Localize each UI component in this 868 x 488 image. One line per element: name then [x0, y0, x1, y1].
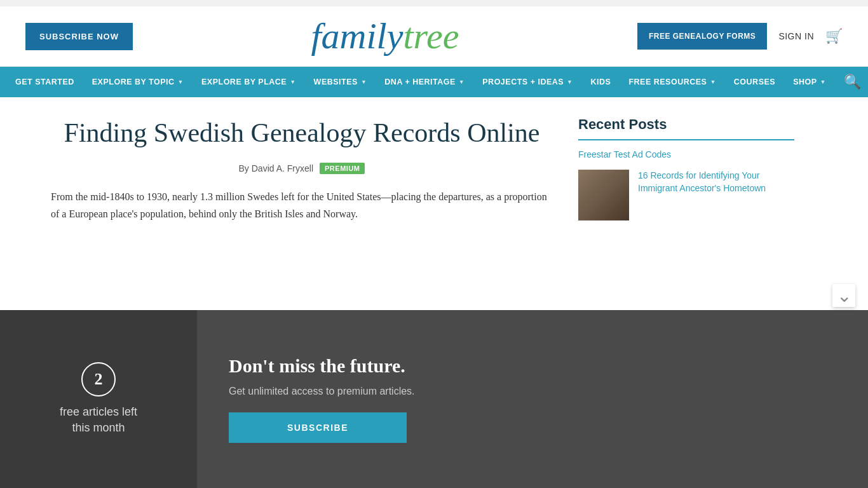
chevron-down-icon: ▼	[178, 79, 184, 85]
header-left: SUBSCRIBE NOW	[25, 23, 133, 50]
main-nav: GET STARTED EXPLORE BY TOPIC ▼ EXPLORE B…	[0, 67, 868, 97]
overlay-cta-section: Don't miss the future. Get unlimited acc…	[197, 310, 868, 488]
nav-item-free-resources[interactable]: FREE RESOURCES ▼	[620, 67, 724, 97]
article-title: Finding Swedish Genealogy Records Online	[51, 116, 553, 150]
chevron-down-icon: ▼	[567, 79, 573, 85]
article-section: Finding Swedish Genealogy Records Online…	[51, 116, 578, 222]
nav-item-explore-by-place[interactable]: EXPLORE BY PLACE ▼	[193, 67, 305, 97]
main-content: Finding Swedish Genealogy Records Online…	[0, 97, 868, 235]
nav-item-explore-by-topic[interactable]: EXPLORE BY TOPIC ▼	[83, 67, 193, 97]
nav-item-projects-ideas[interactable]: PROJECTS + IDEAS ▼	[473, 67, 581, 97]
article-body: From the mid-1840s to 1930, nearly 1.3 m…	[51, 188, 553, 222]
recent-posts-title: Recent Posts	[578, 116, 794, 133]
recent-post-thumbnail	[578, 170, 629, 220]
header-right: FREE GENEALOGY FORMS SIGN IN 🛒	[637, 23, 843, 50]
recent-post-link-1[interactable]: 16 Records for Identifying Your Immigran…	[638, 170, 794, 220]
chevron-down-icon: ▼	[820, 79, 826, 85]
article-byline: By David A. Fryxell PREMIUM	[51, 163, 553, 174]
overlay-subscribe-button[interactable]: SUBSCRIBE	[229, 412, 407, 443]
chevron-down-icon: ▼	[290, 79, 295, 85]
recent-post-link-0[interactable]: Freestar Test Ad Codes	[578, 149, 794, 159]
logo-tree-text: tree	[403, 15, 459, 57]
thumbnail-image	[578, 170, 629, 220]
top-bar	[0, 0, 868, 6]
recent-posts-divider	[578, 139, 794, 140]
byline-text: By David A. Fryxell	[239, 163, 313, 173]
overlay-counter-section: 2 free articles leftthis month	[0, 310, 197, 488]
nav-item-kids[interactable]: KIDS	[582, 67, 620, 97]
chevron-down-icon: ▼	[710, 79, 715, 85]
articles-count-circle: 2	[81, 362, 116, 396]
nav-item-get-started[interactable]: GET STARTED	[6, 67, 83, 97]
search-icon[interactable]: 🔍	[835, 74, 868, 90]
overlay-headline: Don't miss the future.	[229, 355, 836, 377]
header: SUBSCRIBE NOW familytree FREE GENEALOGY …	[0, 6, 868, 67]
logo[interactable]: familytree	[133, 18, 637, 55]
cart-icon[interactable]: 🛒	[825, 28, 843, 44]
chevron-down-icon: ▼	[459, 79, 465, 85]
subscribe-now-button[interactable]: SUBSCRIBE NOW	[25, 23, 133, 50]
paywall-overlay: 2 free articles leftthis month Don't mis…	[0, 310, 868, 488]
overlay-free-articles-text: free articles leftthis month	[60, 404, 137, 436]
sign-in-link[interactable]: SIGN IN	[778, 31, 814, 41]
chevron-down-icon: ▼	[361, 79, 367, 85]
overlay-subtext: Get unlimited access to premium articles…	[229, 386, 836, 397]
logo-family-text: family	[311, 15, 403, 57]
recent-post-card-1: 16 Records for Identifying Your Immigran…	[578, 170, 794, 220]
premium-badge: PREMIUM	[320, 163, 365, 174]
nav-item-websites[interactable]: WEBSITES ▼	[305, 67, 376, 97]
overlay-close-chevron[interactable]: ⌄	[832, 284, 855, 307]
nav-item-courses[interactable]: COURSES	[725, 67, 784, 97]
nav-item-dna-heritage[interactable]: DNA + HERITAGE ▼	[376, 67, 473, 97]
sidebar: Recent Posts Freestar Test Ad Codes 16 R…	[578, 116, 794, 222]
free-genealogy-forms-button[interactable]: FREE GENEALOGY FORMS	[637, 23, 767, 50]
nav-item-shop[interactable]: SHOP ▼	[784, 67, 835, 97]
